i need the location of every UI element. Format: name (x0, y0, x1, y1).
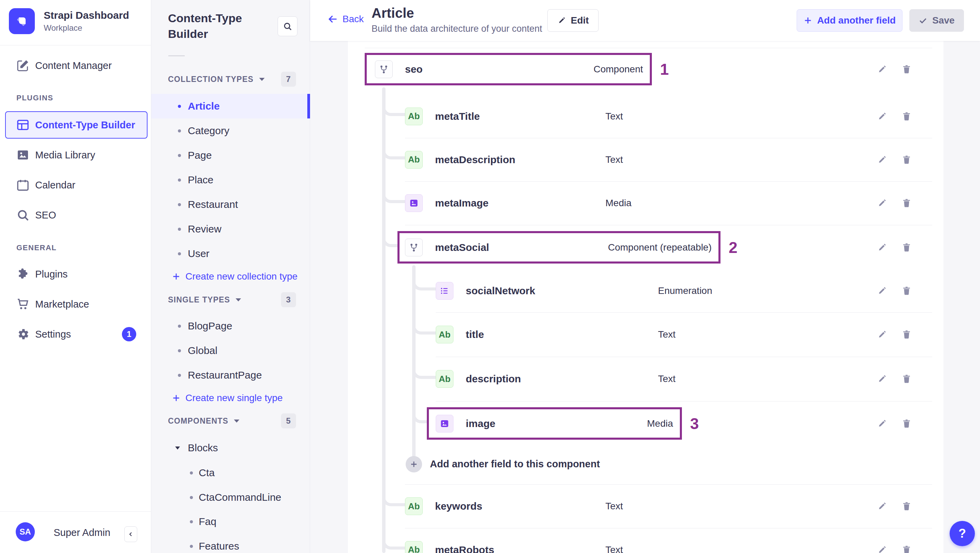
app-workspace: Workplace (44, 23, 129, 33)
fields-card: seo Component 1 Ab metaTitle Text (348, 41, 943, 553)
bullet-icon (178, 203, 181, 206)
components-heading[interactable]: COMPONENTS 5 (151, 413, 310, 429)
field-row-metatitle[interactable]: Ab metaTitle Text (405, 95, 912, 138)
subnav-item-article[interactable]: Article (151, 94, 310, 118)
collection-types-count: 7 (281, 72, 296, 87)
delete-field-button[interactable] (902, 242, 912, 253)
puzzle-icon (16, 267, 30, 281)
field-row-socialnetwork[interactable]: socialNetwork Enumeration (436, 269, 912, 312)
subnav-item-restaurant[interactable]: Restaurant (151, 192, 310, 217)
sidebar-item-content-manager[interactable]: Content Manager (0, 53, 151, 78)
sidebar-item-calendar[interactable]: Calendar (0, 173, 151, 197)
edit-field-button[interactable] (877, 286, 887, 296)
delete-field-button[interactable] (902, 155, 912, 165)
add-field-circle-button[interactable] (406, 456, 422, 472)
sidebar-item-label: Calendar (35, 180, 75, 191)
subnav-item-review[interactable]: Review (151, 217, 310, 242)
field-name: socialNetwork (466, 285, 535, 297)
edit-field-button[interactable] (877, 329, 887, 340)
sidebar-item-label: SEO (35, 210, 56, 221)
save-button[interactable]: Save (909, 9, 964, 32)
subnav-item-page[interactable]: Page (151, 143, 310, 168)
delete-field-button[interactable] (902, 501, 912, 512)
gear-icon (16, 327, 30, 341)
field-row-keywords[interactable]: Ab keywords Text (405, 485, 912, 528)
sidebar-divider (0, 45, 151, 45)
single-types-count: 3 (281, 292, 296, 307)
annotation-number-3: 3 (690, 415, 699, 433)
delete-field-button[interactable] (902, 418, 912, 429)
help-button[interactable]: ? (950, 521, 975, 546)
subnav-item-global[interactable]: Global (151, 338, 310, 363)
delete-field-button[interactable] (902, 198, 912, 208)
back-link[interactable]: Back (328, 14, 364, 25)
field-row-seo[interactable]: seo Component 1 (365, 53, 912, 85)
pen-square-icon (16, 59, 30, 72)
edit-field-button[interactable] (877, 198, 887, 208)
chevron-down-icon (259, 78, 265, 81)
edit-field-button[interactable] (877, 111, 887, 122)
image-icon (16, 148, 30, 162)
collapse-sidebar-button[interactable] (124, 526, 137, 542)
field-name: keywords (435, 501, 482, 512)
page-title-block: Article Build the data architecture of y… (372, 5, 542, 34)
subnav-item-restaurantpage[interactable]: RestaurantPage (151, 363, 310, 388)
sidebar-item-settings[interactable]: Settings 1 (0, 322, 151, 346)
search-button[interactable] (278, 16, 298, 36)
delete-field-button[interactable] (902, 286, 912, 296)
main-sidebar: Strapi Dashboard Workplace Content Manag… (0, 0, 151, 553)
delete-field-button[interactable] (902, 374, 912, 384)
subnav-item-place[interactable]: Place (151, 168, 310, 192)
subnav-item-user[interactable]: User (151, 242, 310, 266)
field-row-metaimage[interactable]: metaImage Media (405, 181, 912, 225)
subnav-item-faq[interactable]: Faq (151, 509, 310, 534)
pencil-icon (557, 16, 566, 25)
add-another-field-button[interactable]: Add another field (797, 9, 902, 32)
subnav-item-ctacommandline[interactable]: CtaCommandLine (151, 485, 310, 510)
field-type: Enumeration (658, 285, 712, 296)
text-field-icon: Ab (405, 108, 423, 125)
create-collection-type-link[interactable]: Create new collection type (151, 264, 310, 289)
field-row-metasocial[interactable]: metaSocial Component (repeatable) 2 (398, 231, 912, 264)
sidebar-item-media-library[interactable]: Media Library (0, 143, 151, 167)
create-single-type-link[interactable]: Create new single type (151, 386, 310, 410)
row-divider (365, 48, 932, 48)
edit-field-button[interactable] (877, 545, 887, 553)
subnav-item-blogpage[interactable]: BlogPage (151, 314, 310, 338)
add-component-field-row[interactable]: Add another field to this component (406, 444, 912, 485)
avatar[interactable]: SA (16, 522, 35, 541)
subnav-category-blocks[interactable]: Blocks (151, 435, 310, 460)
edit-field-button[interactable] (877, 501, 887, 512)
edit-button[interactable]: Edit (547, 9, 598, 32)
tree-elbow (382, 101, 405, 116)
collection-types-heading[interactable]: COLLECTION TYPES 7 (151, 71, 310, 87)
arrow-left-icon (328, 14, 338, 25)
user-name: Super Admin (54, 527, 110, 538)
bullet-icon (178, 129, 181, 132)
sidebar-item-marketplace[interactable]: Marketplace (0, 292, 151, 316)
sidebar-item-seo[interactable]: SEO (0, 203, 151, 227)
delete-field-button[interactable] (902, 64, 912, 75)
field-row-image[interactable]: image Media 3 (427, 407, 912, 440)
subnav-item-features[interactable]: Features (151, 534, 310, 553)
edit-field-button[interactable] (877, 242, 887, 253)
edit-field-button[interactable] (877, 418, 887, 429)
edit-field-button[interactable] (877, 64, 887, 75)
field-type: Text (605, 111, 623, 122)
subnav-item-category[interactable]: Category (151, 118, 310, 143)
field-row-metarobots[interactable]: Ab metaRobots Text (405, 528, 912, 553)
field-row-title[interactable]: Ab title Text (436, 312, 912, 357)
delete-field-button[interactable] (902, 545, 912, 553)
subnav-item-cta[interactable]: Cta (151, 461, 310, 485)
field-row-description[interactable]: Ab description Text (436, 357, 912, 401)
sidebar-item-content-type-builder[interactable]: Content-Type Builder (5, 111, 148, 138)
main-area: Back Article Build the data architecture… (310, 0, 980, 553)
field-row-metadescription[interactable]: Ab metaDescription Text (405, 138, 912, 181)
bullet-icon (190, 545, 193, 548)
delete-field-button[interactable] (902, 111, 912, 122)
sidebar-item-plugins[interactable]: Plugins (0, 262, 151, 286)
edit-field-button[interactable] (877, 155, 887, 165)
delete-field-button[interactable] (902, 329, 912, 340)
edit-field-button[interactable] (877, 374, 887, 384)
single-types-heading[interactable]: SINGLE TYPES 3 (151, 291, 310, 308)
